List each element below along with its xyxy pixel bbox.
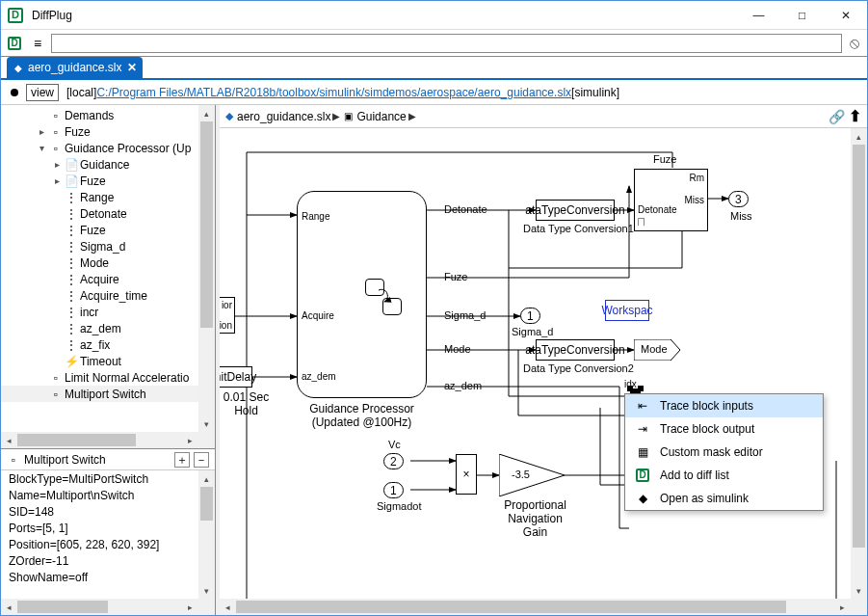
- menu-item[interactable]: ◆Open as simulink: [625, 487, 823, 510]
- menu-button[interactable]: ≡: [28, 34, 47, 53]
- block-unit-delay[interactable]: nitDelay: [220, 366, 252, 388]
- tree-item[interactable]: ▸📄Guidance: [1, 156, 198, 173]
- scroll-down-icon[interactable]: ▾: [198, 415, 215, 432]
- props-vscroll-thumb[interactable]: [200, 487, 213, 521]
- tree-item[interactable]: ⋮Detonate: [1, 205, 198, 222]
- tree-item[interactable]: ⚡Timeout: [1, 353, 198, 369]
- tree-item[interactable]: ⋮Sigma_d: [1, 238, 198, 254]
- doc-icon: 📄: [65, 174, 78, 188]
- up-arrow-icon[interactable]: ⬆: [849, 107, 861, 125]
- home-button[interactable]: D: [5, 34, 24, 53]
- scroll-up-icon[interactable]: ▴: [851, 128, 867, 145]
- outport-miss[interactable]: 3: [728, 191, 749, 207]
- properties-collapse-button[interactable]: －: [194, 452, 209, 468]
- block-guidance-processor[interactable]: Range Acquire az_dem: [297, 191, 427, 398]
- tree-expander-icon[interactable]: ▸: [51, 175, 63, 186]
- tree-item[interactable]: ▫Demands: [1, 107, 198, 123]
- breadcrumb-root[interactable]: aero_guidance.slx▶: [237, 110, 340, 123]
- canvas-hscroll-thumb[interactable]: [236, 601, 786, 613]
- menu-item[interactable]: ⇤Trace block inputs: [625, 394, 823, 417]
- menu-item[interactable]: ▦Custom mask editor: [625, 441, 823, 464]
- scroll-right-icon[interactable]: ▸: [834, 599, 851, 615]
- tree-item[interactable]: ⋮Acquire: [1, 271, 198, 287]
- block-dtc2[interactable]: ataTypeConversion: [536, 339, 615, 361]
- tree-vscroll-thumb[interactable]: [200, 121, 213, 328]
- tree-hscrollbar[interactable]: ◂ ▸: [1, 432, 198, 448]
- block-fuze[interactable]: Rm Miss Detonate ⨅: [634, 169, 708, 231]
- view-mode-chip[interactable]: view: [26, 84, 59, 101]
- demand-icon: ▫: [49, 125, 63, 139]
- file-tab[interactable]: ◆ aero_guidance.slx ✕: [7, 57, 143, 78]
- tree-item-label: Fuze: [65, 125, 91, 139]
- tree-item[interactable]: ▸▫Fuze: [1, 123, 198, 140]
- minimize-icon: —: [753, 9, 765, 22]
- var-icon: ⋮: [65, 191, 78, 204]
- file-path-link[interactable]: C:/Program Files/MATLAB/R2018b/toolbox/s…: [96, 86, 571, 99]
- scroll-up-icon[interactable]: ▴: [198, 470, 215, 487]
- scroll-right-icon[interactable]: ▸: [182, 432, 198, 448]
- inport-sigmadot[interactable]: 1: [383, 482, 404, 498]
- props-hscroll-thumb[interactable]: [17, 601, 108, 613]
- tree-vscroll-track[interactable]: [198, 121, 215, 415]
- tree-item[interactable]: ⋮az_fix: [1, 336, 198, 353]
- model-tree[interactable]: ▫Demands▸▫Fuze▾▫Guidance Processor (Up▸📄…: [1, 105, 198, 432]
- tree-item[interactable]: ▸📄Fuze: [1, 173, 198, 189]
- tree-expander-icon[interactable]: ▾: [36, 143, 47, 153]
- selection-handle[interactable]: [627, 386, 633, 391]
- property-row: SID=148: [9, 505, 191, 522]
- tree-item[interactable]: ▾▫Guidance Processor (Up: [1, 140, 198, 156]
- block-dtc1[interactable]: ataTypeConversion: [536, 200, 615, 221]
- outport-sigma[interactable]: 1: [520, 308, 540, 324]
- block-gain[interactable]: [499, 454, 566, 496]
- link-icon[interactable]: 🔗: [829, 109, 845, 124]
- tree-vscrollbar[interactable]: ▴ ▾: [198, 105, 215, 432]
- tree-hscroll-thumb[interactable]: [17, 434, 136, 446]
- properties-panel: BlockType=MultiPortSwitchName=Multiport\…: [1, 470, 215, 615]
- scroll-left-icon[interactable]: ◂: [1, 432, 17, 448]
- product-icon: ×: [462, 468, 469, 481]
- minimize-button[interactable]: —: [737, 1, 780, 29]
- block-to-workspace[interactable]: Workspac: [605, 300, 649, 321]
- port-miss: Miss: [684, 195, 704, 205]
- props-hscrollbar[interactable]: ◂ ▸: [1, 599, 198, 615]
- tree-item[interactable]: ⋮Mode: [1, 254, 198, 271]
- scroll-left-icon[interactable]: ◂: [220, 599, 236, 615]
- tree-item[interactable]: ⋮Range: [1, 189, 198, 205]
- tree-item[interactable]: ⋮incr: [1, 304, 198, 320]
- close-button[interactable]: ✕: [824, 1, 867, 29]
- scroll-left-icon[interactable]: ◂: [1, 599, 17, 615]
- canvas-vscrollbar[interactable]: ▴ ▾: [851, 128, 867, 599]
- context-menu[interactable]: ⇤Trace block inputs⇥Trace block output▦C…: [624, 393, 824, 511]
- scroll-down-icon[interactable]: ▾: [198, 582, 215, 599]
- tree-item[interactable]: ⋮az_dem: [1, 320, 198, 336]
- menu-item[interactable]: DAdd to diff list: [625, 464, 823, 487]
- tree-item[interactable]: ▫Limit Normal Acceleratio: [1, 369, 198, 386]
- app-window: D DiffPlug — □ ✕ D ≡ ⦸ ◆ aero_guidance.s…: [0, 0, 868, 616]
- maximize-button[interactable]: □: [780, 1, 824, 29]
- tree-hscroll-track[interactable]: [17, 432, 182, 448]
- address-input[interactable]: [51, 34, 842, 53]
- inport-vc[interactable]: 2: [383, 453, 404, 469]
- props-vscrollbar[interactable]: ▴ ▾: [198, 470, 215, 599]
- diagram-canvas[interactable]: ior ersion nitDelay 0.01 SecHold Range A…: [220, 128, 867, 615]
- tree-item[interactable]: ⋮Acquire_time: [1, 287, 198, 304]
- bolt-icon: ⚡: [65, 355, 78, 368]
- tab-close-button[interactable]: ✕: [127, 61, 137, 74]
- tree-item-label: Range: [80, 191, 114, 204]
- scroll-up-icon[interactable]: ▴: [198, 105, 215, 121]
- tree-expander-icon[interactable]: ▸: [51, 159, 63, 170]
- block-product[interactable]: ×: [456, 454, 477, 495]
- tree-expander-icon[interactable]: ▸: [36, 126, 47, 137]
- selection-handle[interactable]: [638, 386, 644, 391]
- scroll-down-icon[interactable]: ▾: [851, 582, 867, 599]
- breadcrumb-current[interactable]: Guidance▶: [356, 110, 415, 123]
- properties-expand-button[interactable]: ＋: [174, 452, 190, 468]
- tree-item[interactable]: ▫Multiport Switch: [1, 386, 198, 402]
- canvas-vscroll-thumb[interactable]: [853, 145, 865, 548]
- scroll-right-icon[interactable]: ▸: [182, 599, 198, 615]
- canvas-hscrollbar[interactable]: ◂ ▸: [220, 599, 851, 615]
- block-conversion-clipped[interactable]: ior ersion: [220, 297, 235, 334]
- menu-item[interactable]: ⇥Trace block output: [625, 417, 823, 441]
- properties-list[interactable]: BlockType=MultiPortSwitchName=Multiport\…: [1, 470, 198, 599]
- tree-item[interactable]: ⋮Fuze: [1, 222, 198, 238]
